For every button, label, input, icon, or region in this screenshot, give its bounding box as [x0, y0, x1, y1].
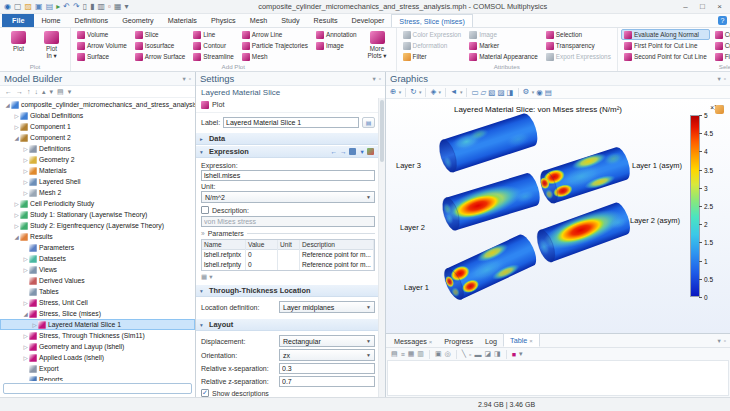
arrow-volume-button[interactable]: Arrow Volume [74, 40, 130, 51]
table-window-button[interactable]: ▣ [435, 350, 442, 358]
collapsed-arrow-icon[interactable]: ▷ [22, 157, 29, 163]
preferences-button[interactable]: ▥ [417, 350, 424, 358]
particle-trajectories-button[interactable]: Particle Trajectories [239, 40, 311, 51]
tree-node-views[interactable]: ▷Views [0, 264, 195, 275]
collapsed-arrow-icon[interactable]: ▷ [22, 256, 29, 262]
expanded-arrow-icon[interactable]: ◢ [13, 135, 20, 141]
move-up-button[interactable]: ↑ [27, 86, 31, 98]
move-down-button[interactable]: ↓ [35, 86, 39, 98]
tree-node-mesh-2[interactable]: ▷Mesh 2 [0, 187, 195, 198]
table-content[interactable] [387, 360, 729, 396]
cylinder-layer-2-asym[interactable] [534, 200, 634, 264]
show-descriptions-checkbox[interactable]: ✓ [201, 389, 209, 397]
panel-detach-icon[interactable]: ▫ [379, 75, 381, 83]
insert-expression-icon[interactable] [349, 148, 356, 155]
update-plot-icon[interactable] [715, 105, 724, 114]
forward-button[interactable]: → [16, 86, 23, 98]
panel-detach-icon[interactable]: ▫ [189, 75, 191, 83]
save-button[interactable]: ▣ [35, 1, 43, 13]
table-format-button[interactable]: ▦ [408, 350, 415, 358]
tab-messages[interactable]: Messages× [388, 335, 438, 347]
show-options-button[interactable]: ▤ [57, 86, 64, 98]
cylinder-layer-3[interactable] [436, 111, 541, 174]
tree-node-datasets[interactable]: ▷Datasets [0, 253, 195, 264]
image-button[interactable]: Image [313, 40, 360, 51]
tree-node-stress-through-thickness-slm11[interactable]: ▷Stress, Through Thickness (Slm11) [0, 330, 195, 341]
model-manager-button[interactable]: ▦ [114, 1, 122, 13]
settings-button[interactable]: ⚙ ▾ [523, 85, 535, 99]
collapsed-arrow-icon[interactable]: ▷ [13, 201, 20, 207]
cut-line-direction-button[interactable]: Cut Line Direction [712, 29, 730, 40]
panel-menu-icon[interactable]: ▾ [717, 337, 720, 345]
save-to-button[interactable]: ▤ [46, 1, 54, 13]
mesh-button[interactable]: Mesh [239, 51, 311, 62]
ribbon-tab-study[interactable]: Study [274, 14, 306, 27]
slice-button[interactable]: Slice [132, 29, 189, 40]
tree-node-component-1[interactable]: ▷Component 1 [0, 121, 195, 132]
orthographic-button[interactable]: ▭ [471, 86, 478, 99]
location-definition-select[interactable]: Layer midplanes ▼ [279, 301, 375, 313]
first-point-for-cut-line-button[interactable]: First Point for Cut Line [621, 40, 710, 51]
duplicate-button[interactable]: ▥ [97, 1, 105, 13]
expanded-arrow-icon[interactable]: ◢ [4, 102, 11, 108]
parameter-actions-icon[interactable]: ▦ [201, 273, 207, 281]
selection-button[interactable]: Selection [543, 29, 614, 40]
transparency-button[interactable]: Transparency [543, 40, 614, 51]
tree-filter-input[interactable] [3, 383, 192, 394]
storage-button[interactable]: ◪ [484, 350, 491, 358]
tree-node-reports[interactable]: Reports [0, 374, 195, 381]
tree-node-cell-periodicity-study[interactable]: ▷Cell Periodicity Study [0, 198, 195, 209]
tree-node-results[interactable]: ◢Results [0, 231, 195, 242]
settings-plot-button[interactable]: Plot [212, 100, 224, 109]
minimize-button[interactable]: – [677, 0, 694, 13]
ribbon-tab-mesh[interactable]: Mesh [243, 14, 275, 27]
displacement-select[interactable]: Rectangular▼ [279, 335, 375, 347]
clear-button[interactable]: ▫ [469, 351, 471, 358]
volume-button[interactable]: Volume [74, 29, 130, 40]
image-snapshot-button[interactable]: ◉ [536, 86, 543, 99]
tree-node-parameters[interactable]: Parameters [0, 242, 195, 253]
tree-node-applied-loads-lshell[interactable]: ▷Applied Loads (lshell) [0, 352, 195, 363]
menu-button[interactable]: ▾ [68, 86, 72, 98]
dropdown-button[interactable]: ▾ [519, 350, 523, 358]
plot-table-button[interactable]: ■ [512, 351, 516, 358]
tree-node-tables[interactable]: Tables [0, 286, 195, 297]
tree-node-definitions[interactable]: ▷Definitions [0, 143, 195, 154]
paste-button[interactable]: ▮ [90, 1, 94, 13]
collapsed-arrow-icon[interactable]: ▷ [22, 168, 29, 174]
select-button[interactable]: ◄ ▾ [450, 85, 462, 99]
plot-button[interactable]: Plot [3, 29, 34, 54]
tree-node-composite-cylinder-micromechanics-and-stress-analysis-mph[interactable]: ◢composite_cylinder_micromechanics_and_s… [0, 99, 195, 110]
open-button[interactable]: ▨ [25, 1, 33, 13]
plot-in-button[interactable]: PlotIn ▾ [36, 29, 67, 61]
marker-button[interactable]: Marker [466, 40, 541, 51]
collapsed-arrow-icon[interactable]: ▷ [22, 146, 29, 152]
panel-detach-icon[interactable]: ▫ [724, 337, 726, 345]
contour-button[interactable]: Contour [190, 40, 237, 51]
transparency-button[interactable]: ◨ [507, 86, 514, 99]
section-expression-header[interactable]: ▾ Expression ← → ▾ ▾ [196, 145, 385, 158]
panel-detach-icon[interactable]: ▫ [724, 75, 726, 83]
cut-line-surface-normal-button[interactable]: Cut Line Surface Normal [712, 40, 730, 51]
draw-line-button[interactable]: ╲ [462, 350, 466, 358]
scrollbar-thumb[interactable] [380, 100, 384, 162]
collapsed-arrow-icon[interactable]: ▷ [22, 179, 29, 185]
tree-node-geometry-and-layup-lshell[interactable]: ▷Geometry and Layup (lshell) [0, 341, 195, 352]
help-icon[interactable]: ? [718, 16, 727, 25]
parameter-row[interactable]: lshell.refpnty0Reference point for m... [202, 260, 374, 270]
parameter-row[interactable]: lshell.refpntx0Reference point for m... [202, 250, 374, 260]
tree-node-component-2[interactable]: ◢Component 2 [0, 132, 195, 143]
material-appearance-button[interactable]: Material Appearance [466, 51, 541, 62]
tree-node-stress-unit-cell[interactable]: ▷Stress, Unit Cell [0, 297, 195, 308]
panel-menu-icon[interactable]: ▾ [182, 75, 185, 83]
description-checkbox[interactable] [201, 206, 209, 214]
tree-node-materials[interactable]: ▷Materials [0, 165, 195, 176]
collapsed-arrow-icon[interactable]: ▷ [22, 355, 29, 361]
ribbon-tab-physics[interactable]: Physics [204, 14, 243, 27]
import-button[interactable]: ▬ [474, 351, 481, 358]
evaluate-along-normal-button[interactable]: Evaluate Along Normal [621, 29, 710, 40]
isosurface-button[interactable]: Isosurface [132, 40, 189, 51]
settings-scrollbar[interactable] [378, 98, 385, 397]
cylinder-layer-1-asym[interactable] [536, 144, 633, 205]
collapsed-arrow-icon[interactable]: ▷ [13, 212, 20, 218]
